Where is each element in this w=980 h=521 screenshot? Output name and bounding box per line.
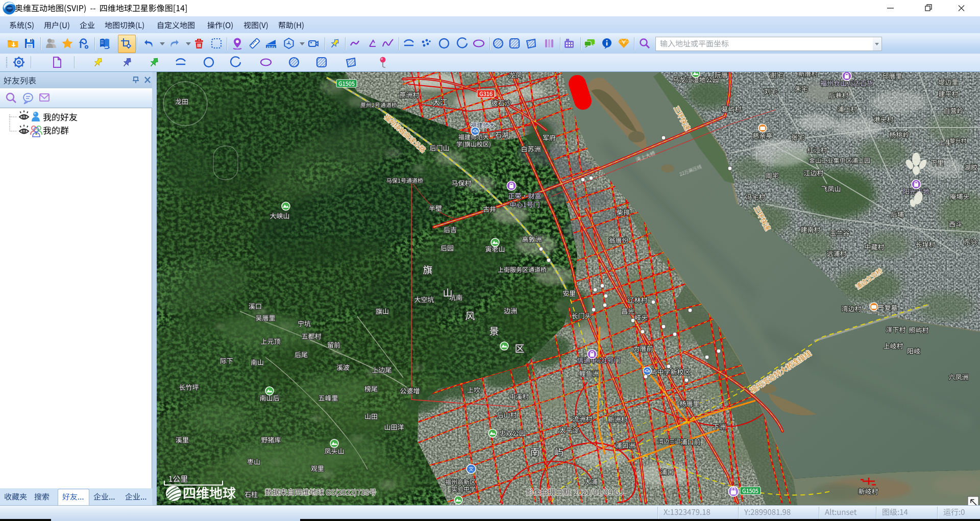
svg-text:V: V (622, 40, 625, 45)
